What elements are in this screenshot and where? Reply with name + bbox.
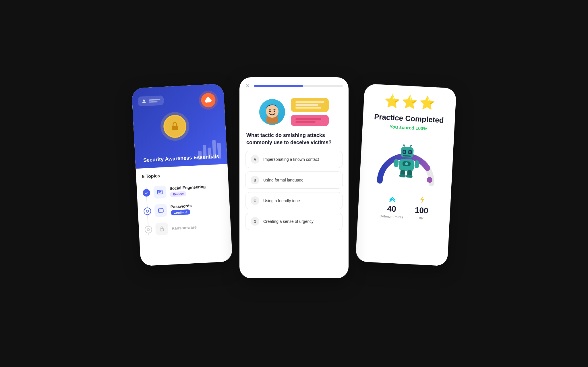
center-question: What tactic do smishing attacks commonly… xyxy=(239,129,349,151)
progress-bar-fill xyxy=(254,85,303,87)
star-3: ⭐ xyxy=(419,95,436,111)
progress-bar-wrap xyxy=(254,85,343,87)
stats-row: 40 Defence Points 100 XP xyxy=(380,192,429,221)
topics-label: 5 Topics xyxy=(142,170,223,179)
defence-value: 40 xyxy=(387,204,396,214)
svg-rect-27 xyxy=(399,174,406,177)
xp-lightning-icon xyxy=(417,194,428,205)
svg-point-0 xyxy=(143,99,145,101)
close-button[interactable]: ✕ xyxy=(245,82,250,89)
completed-score: You scored 100% xyxy=(390,124,428,132)
svg-rect-17 xyxy=(403,150,405,153)
scene: Security Awareness Essentials 5 Topics S… xyxy=(122,72,466,295)
topic-info-ransomware: Ransomware xyxy=(171,223,225,231)
defence-label: Defence Points xyxy=(380,214,403,219)
defence-icon xyxy=(387,193,398,204)
answer-item-d[interactable]: D Creating a sense of urgency xyxy=(245,213,343,230)
xp-label: XP xyxy=(419,216,423,221)
center-card: ✕ xyxy=(239,77,349,278)
svg-rect-28 xyxy=(406,175,413,178)
answer-text-c: Using a friendly tone xyxy=(263,198,300,203)
left-card: Security Awareness Essentials 5 Topics S… xyxy=(131,84,233,266)
chat-bubbles xyxy=(291,98,329,126)
star-2: ⭐ xyxy=(401,94,418,110)
answer-item-b[interactable]: B Using formal language xyxy=(245,171,343,189)
bubble-yellow xyxy=(291,98,329,112)
right-card: ⭐ ⭐ ⭐ Practice Completed You scored 100% xyxy=(355,84,457,266)
answer-letter-a: A xyxy=(251,155,259,164)
topic-icon-social xyxy=(153,186,167,199)
answer-letter-b: B xyxy=(251,176,259,184)
robot-figure xyxy=(391,144,422,180)
topic-dot-current xyxy=(144,207,151,215)
topic-item-ransomware: Ransomware xyxy=(144,216,225,239)
banner-title: Security Awareness Essentials xyxy=(140,153,223,164)
answer-text-d: Creating a sense of urgency xyxy=(263,219,314,224)
topic-badge-continue[interactable]: Continue xyxy=(171,209,190,216)
topic-list: Social Engineering Review Passwords Cont… xyxy=(142,180,225,239)
answer-item-a[interactable]: A Impersonating a known contact xyxy=(245,151,343,168)
answer-text-b: Using formal language xyxy=(263,178,303,182)
avatar-circle xyxy=(259,99,285,125)
svg-rect-3 xyxy=(158,208,163,213)
answer-list: A Impersonating a known contact B Using … xyxy=(239,151,349,230)
svg-rect-24 xyxy=(414,160,419,169)
robot-gauge-wrap xyxy=(374,134,440,189)
question-text: What tactic do smishing attacks commonly… xyxy=(246,132,342,146)
topic-icon-ransomware xyxy=(155,222,169,235)
svg-rect-2 xyxy=(157,190,162,194)
cloud-icon xyxy=(201,93,216,108)
topic-dot-locked xyxy=(144,226,152,233)
answer-text-a: Impersonating a known contact xyxy=(263,157,319,162)
svg-point-8 xyxy=(274,111,275,112)
topic-name-passwords: Passwords xyxy=(170,202,224,209)
svg-point-7 xyxy=(269,111,271,112)
answer-letter-d: D xyxy=(251,217,259,226)
banner-user-bar xyxy=(138,95,164,107)
topic-icon-passwords xyxy=(154,204,167,217)
center-illustration xyxy=(239,92,349,129)
stat-defence: 40 Defence Points xyxy=(380,192,404,219)
banner: Security Awareness Essentials xyxy=(131,84,227,169)
answer-letter-c: C xyxy=(251,196,259,205)
card-left-body: 5 Topics Social Engineering Review xyxy=(136,164,231,245)
topic-name-social: Social Engineering xyxy=(169,184,223,191)
lock-icon xyxy=(163,114,187,138)
completed-title: Practice Completed xyxy=(374,112,444,125)
xp-value: 100 xyxy=(415,206,428,215)
topic-info-passwords: Passwords Continue xyxy=(170,202,224,216)
stat-xp: 100 XP xyxy=(414,194,429,221)
bubble-pink xyxy=(291,115,329,126)
answer-item-c[interactable]: C Using a friendly tone xyxy=(245,192,343,209)
star-1: ⭐ xyxy=(384,93,401,109)
svg-rect-23 xyxy=(394,159,399,167)
svg-point-6 xyxy=(266,105,278,118)
svg-rect-18 xyxy=(409,151,411,153)
topic-badge-review[interactable]: Review xyxy=(170,191,187,197)
svg-rect-1 xyxy=(172,126,178,130)
topic-info-social: Social Engineering Review xyxy=(169,184,223,197)
stars-row: ⭐ ⭐ ⭐ xyxy=(384,93,436,111)
topic-name-ransomware: Ransomware xyxy=(171,223,225,231)
center-header: ✕ xyxy=(239,77,349,92)
topic-dot-done xyxy=(142,189,150,197)
svg-rect-4 xyxy=(160,229,164,231)
